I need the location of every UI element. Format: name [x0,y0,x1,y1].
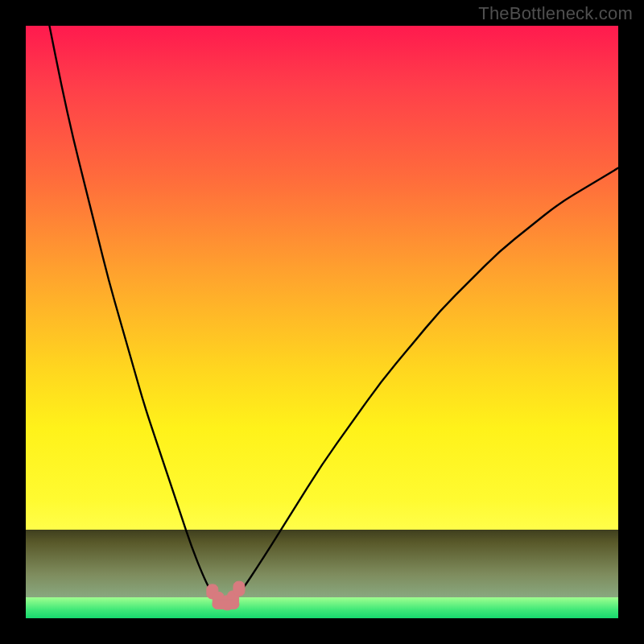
minimum-marker [233,581,245,596]
plot-area [26,26,618,618]
chart-frame: TheBottleneck.com [0,0,644,644]
bottleneck-curve-svg [26,26,618,618]
bottleneck-curve-path [49,26,618,604]
watermark-text: TheBottleneck.com [478,3,633,24]
minimum-markers [207,581,245,610]
minimum-band [213,600,239,609]
